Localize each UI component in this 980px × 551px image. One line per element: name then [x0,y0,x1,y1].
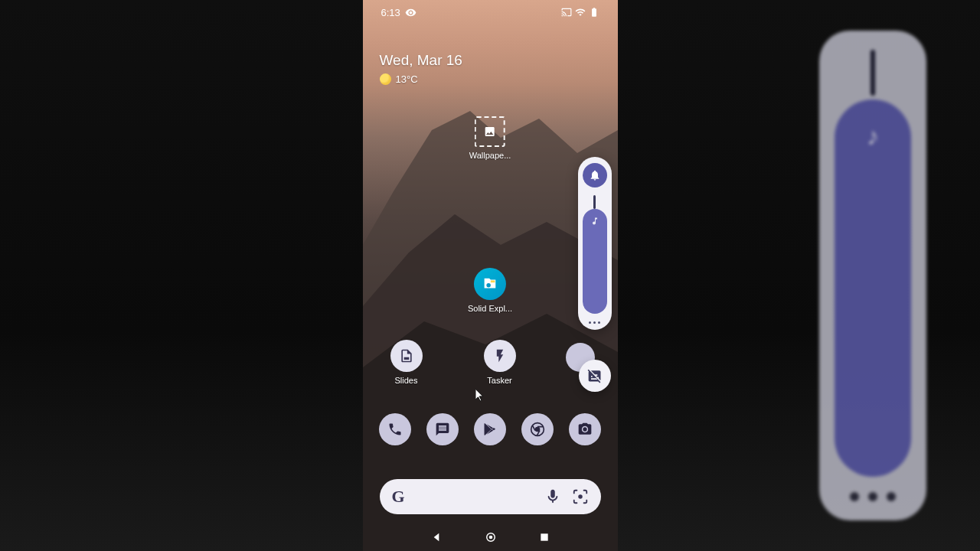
chrome-icon [530,422,545,437]
blurred-volume-zoom: ♪ [766,0,980,551]
favorites-row [363,413,618,445]
app-play-store[interactable] [474,413,506,445]
app-phone[interactable] [379,413,411,445]
music-note-icon: ♪ [867,122,879,151]
volume-slider[interactable] [583,195,607,314]
solid-explorer-icon [474,268,506,300]
status-time: 6:13 [381,7,400,18]
app-label: Tasker [487,376,511,385]
app-slides[interactable]: Slides [390,340,423,385]
nav-home-button[interactable] [485,532,496,543]
svg-point-3 [578,494,583,499]
messages-icon [435,422,450,437]
app-camera[interactable] [569,413,601,445]
weather-sunny-icon [380,73,391,85]
nav-recents-button[interactable] [539,532,550,543]
volume-more-button[interactable] [589,321,600,324]
svg-point-5 [489,536,493,540]
cast-icon [561,7,572,18]
app-solid-explorer[interactable]: Solid Expl... [468,268,512,313]
google-search-bar[interactable]: G [380,479,601,514]
wifi-icon [575,7,586,18]
phone-icon [387,422,403,437]
app-messages[interactable] [426,413,459,445]
tasker-icon [484,340,516,372]
date-text: Wed, Mar 16 [380,52,462,69]
nav-back-button[interactable] [430,531,443,543]
camera-icon [577,422,593,437]
music-note-icon [590,217,599,226]
eye-icon [405,7,416,18]
voice-search-button[interactable] [544,488,561,505]
at-a-glance-widget[interactable]: Wed, Mar 16 13°C [380,52,462,85]
app-label: Slides [395,376,418,385]
status-bar: 6:13 [363,0,618,24]
phone-screen: 6:13 Wed, Mar 16 13°C Wallpape... [363,0,618,551]
wallpaper-icon [475,116,505,147]
app-wallpaper[interactable]: Wallpape... [469,116,511,160]
mouse-cursor [475,389,486,406]
navigation-bar [363,523,618,551]
volume-panel [578,157,612,330]
svg-point-0 [486,283,491,288]
google-logo-icon: G [392,487,405,507]
slides-icon [390,340,423,372]
app-label: Solid Expl... [468,304,512,313]
google-lens-button[interactable] [572,488,589,505]
app-label: Wallpape... [469,151,511,160]
temperature-text: 13°C [396,73,418,85]
bell-icon [589,169,601,181]
app-tasker[interactable]: Tasker [484,340,516,385]
play-store-icon [482,422,498,437]
svg-rect-6 [541,533,547,540]
captions-off-icon [587,368,603,383]
app-chrome[interactable] [521,413,554,445]
live-caption-toggle[interactable] [579,360,611,392]
ringer-mode-button[interactable] [583,163,607,187]
battery-icon [589,7,599,18]
